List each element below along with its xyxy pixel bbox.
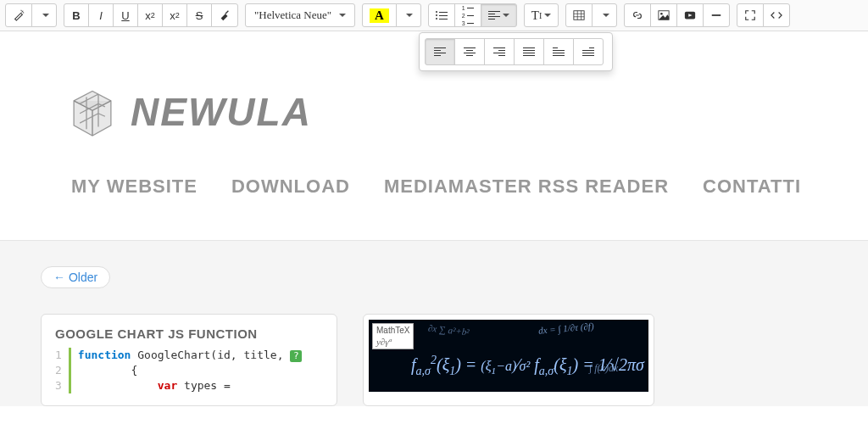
- math-image: MathTeX y∂γª ∂x ∑ a²+b² dx = ∫ 1/∂τ (∂f)…: [369, 320, 648, 392]
- bold-button[interactable]: B: [64, 3, 89, 27]
- superscript-button[interactable]: x2: [137, 3, 163, 27]
- font-family-select[interactable]: "Helvetica Neue": [245, 3, 355, 27]
- cube-icon: [63, 82, 122, 142]
- nav-item-mediamaster[interactable]: MEDIAMASTER RSS READER: [384, 176, 669, 198]
- indent-button[interactable]: [573, 38, 604, 65]
- editor-toolbar: B I U x2 x2 S "Helvetica Neue" A 123 TI: [0, 0, 868, 31]
- text-size-button[interactable]: TI: [524, 3, 559, 27]
- magic-button[interactable]: [5, 3, 32, 27]
- image-button[interactable]: [650, 3, 677, 27]
- formula-bg: ∂x ∑ a²+b²: [428, 322, 470, 337]
- nav-item-contatti[interactable]: CONTATTI: [703, 176, 801, 198]
- magic-dropdown[interactable]: [31, 3, 57, 27]
- svg-point-2: [660, 13, 663, 15]
- main-nav: MY WEBSITE DOWNLOAD MEDIAMASTER RSS READ…: [71, 176, 868, 198]
- nav-item-download[interactable]: DOWNLOAD: [231, 176, 350, 198]
- strikethrough-button[interactable]: S: [186, 3, 212, 27]
- formula-bg: dx = ∫ 1/∂τ (∂f): [538, 321, 594, 336]
- subscript-button[interactable]: x2: [162, 3, 187, 27]
- logo-text: NEWULA: [131, 89, 312, 135]
- outdent-button[interactable]: [543, 38, 574, 65]
- align-dropdown-panel: [419, 32, 613, 71]
- card-google-chart: GOOGLE CHART JS FUNCTION 1 2 3 function …: [41, 314, 337, 406]
- link-button[interactable]: [624, 3, 651, 27]
- table-button[interactable]: [565, 3, 593, 27]
- card-mathtex: MathTeX y∂γª ∂x ∑ a²+b² dx = ∫ 1/∂τ (∂f)…: [363, 314, 654, 406]
- underline-button[interactable]: U: [113, 3, 138, 27]
- code-view-button[interactable]: [763, 3, 790, 27]
- font-family-label: "Helvetica Neue": [254, 8, 331, 22]
- editor-content[interactable]: NEWULA MY WEBSITE DOWNLOAD MEDIAMASTER R…: [0, 31, 868, 406]
- formula-bg: ∫ f(x)dx: [589, 362, 618, 375]
- older-link[interactable]: ← Older: [41, 266, 110, 288]
- svg-rect-0: [574, 11, 584, 20]
- align-left-button[interactable]: [425, 38, 455, 65]
- code-block: 1 2 3 function GoogleChart(id, title, ? …: [55, 348, 323, 393]
- ordered-list-button[interactable]: 123: [454, 3, 481, 27]
- unordered-list-button[interactable]: [428, 3, 455, 27]
- italic-button[interactable]: I: [88, 3, 114, 27]
- align-center-button[interactable]: [454, 38, 485, 65]
- align-right-button[interactable]: [484, 38, 515, 65]
- site-logo: NEWULA: [63, 82, 868, 142]
- video-button[interactable]: [676, 3, 704, 27]
- hint-icon: ?: [290, 350, 302, 362]
- mathtex-badge: MathTeX y∂γª: [372, 323, 414, 349]
- nav-item-mywebsite[interactable]: MY WEBSITE: [71, 176, 198, 198]
- card-title: GOOGLE CHART JS FUNCTION: [55, 326, 323, 341]
- horizontal-rule-button[interactable]: [703, 3, 730, 27]
- fullscreen-button[interactable]: [737, 3, 764, 27]
- text-color-button[interactable]: A: [362, 3, 397, 27]
- align-justify-button[interactable]: [514, 38, 544, 65]
- clear-format-button[interactable]: [211, 3, 238, 27]
- text-color-dropdown[interactable]: [396, 3, 421, 27]
- paragraph-align-button[interactable]: [481, 3, 517, 27]
- content-area: ← Older GOOGLE CHART JS FUNCTION 1 2 3 f…: [0, 240, 868, 406]
- table-dropdown[interactable]: [592, 3, 617, 27]
